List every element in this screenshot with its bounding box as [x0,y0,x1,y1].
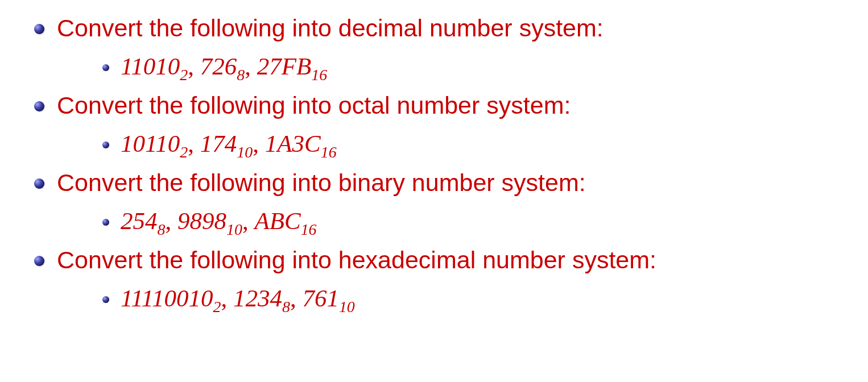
item-values: 110102, 7268, 27FB16 [121,50,845,83]
item-title: Convert the following into binary number… [57,166,845,199]
value-num: ABC [254,207,300,234]
list-sub-item: 111100102, 12348, 76110 [102,282,845,315]
value-base: 10 [237,143,253,161]
list-item: Convert the following into binary number… [34,166,845,199]
item-values: 2548, 989810, ABC16 [121,205,845,238]
value-base: 8 [282,298,290,315]
value-num: 174 [200,130,237,157]
list-item: Convert the following into decimal numbe… [34,11,845,44]
value-base: 16 [321,143,337,161]
bullet-icon [102,142,109,148]
value-base: 2 [180,143,188,161]
value-base: 10 [226,221,242,238]
value-num: 1A3C [265,130,321,157]
value-base: 16 [311,66,327,84]
item-values: 101102, 17410, 1A3C16 [121,127,845,160]
value-base: 8 [237,66,245,84]
bullet-icon [102,64,109,71]
bullet-icon [34,178,44,189]
value-base: 2 [213,298,221,315]
bullet-icon [34,256,44,266]
value-num: 11010 [121,53,180,80]
bullet-icon [34,101,44,111]
value-num: 11110010 [121,285,213,312]
bullet-icon [34,24,44,34]
value-num: 761 [302,285,339,312]
value-num: 27FB [257,53,312,80]
value-num: 254 [121,207,158,234]
list-item: Convert the following into octal number … [34,89,845,122]
item-title: Convert the following into decimal numbe… [57,11,845,44]
bullet-icon [102,296,109,303]
value-num: 9898 [177,207,226,234]
value-base: 2 [180,66,188,84]
value-num: 1234 [233,285,282,312]
value-base: 16 [301,221,317,238]
item-title: Convert the following into octal number … [57,89,845,122]
item-title: Convert the following into hexadecimal n… [57,243,845,276]
list-sub-item: 101102, 17410, 1A3C16 [102,127,845,160]
value-num: 726 [200,53,237,80]
slide-content: Convert the following into decimal numbe… [0,0,868,332]
bullet-icon [102,219,109,226]
list-sub-item: 2548, 989810, ABC16 [102,205,845,238]
value-num: 10110 [121,130,180,157]
item-values: 111100102, 12348, 76110 [121,282,845,315]
value-base: 8 [158,221,166,238]
list-item: Convert the following into hexadecimal n… [34,243,845,276]
value-base: 10 [339,298,355,315]
list-sub-item: 110102, 7268, 27FB16 [102,50,845,83]
